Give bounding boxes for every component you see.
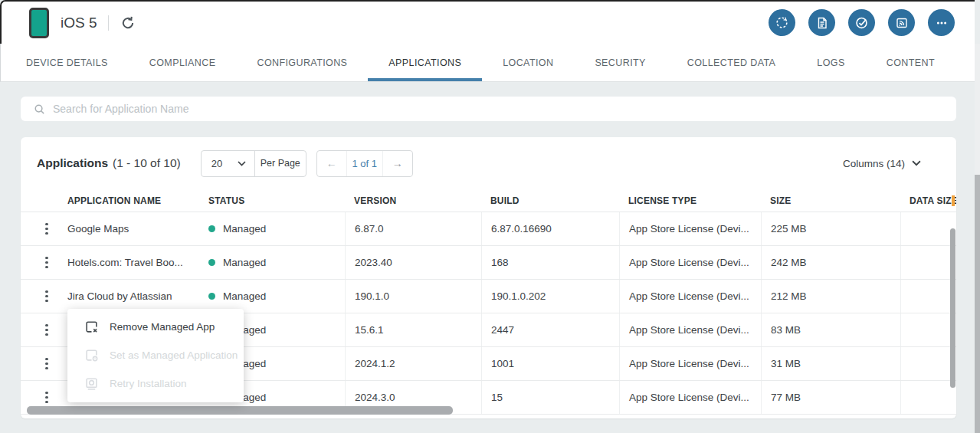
chevron-down-icon [912, 160, 921, 166]
columns-toggle[interactable]: Columns (14) [843, 158, 921, 169]
pagination: ← 1 of 1 → [316, 150, 413, 177]
tab-compliance[interactable]: COMPLIANCE [129, 44, 237, 81]
device-tabs: DEVICE DETAILS COMPLIANCE CONFIGURATIONS… [0, 44, 975, 82]
tab-content[interactable]: CONTENT [866, 44, 955, 81]
cell-version: 190.1.0 [345, 280, 481, 313]
data-size-filter-icon[interactable] [952, 195, 955, 206]
scan-check-icon[interactable] [848, 9, 875, 36]
cell-application-name: Jira Cloud by Atlassian [67, 280, 207, 313]
tab-label: CONFIGURATIONS [257, 57, 347, 68]
retry-installation-icon [84, 376, 100, 391]
device-phone-icon [29, 8, 49, 38]
tab-collected-data[interactable]: COLLECTED DATA [667, 44, 797, 81]
per-page-control: 20 Per Page [201, 150, 306, 177]
menu-item-label: Remove Managed App [110, 321, 215, 333]
menu-item-set-as-managed-application: Set as Managed Application [67, 341, 244, 369]
tab-configurations[interactable]: CONFIGURATIONS [236, 44, 368, 81]
cell-size: 31 MB [761, 347, 900, 380]
cell-license-type: App Store License (Devi... [619, 246, 761, 279]
row-actions-kebab-icon[interactable] [42, 287, 51, 306]
cell-build: 190.1.0.202 [481, 280, 619, 313]
per-page-value: 20 [211, 158, 222, 169]
sync-icon[interactable] [769, 9, 795, 36]
menu-item-remove-managed-app[interactable]: Remove Managed App [67, 313, 244, 341]
vertical-scrollbar[interactable] [950, 228, 955, 388]
per-page-select[interactable]: 20 [202, 151, 254, 176]
cell-status: Managed [207, 246, 345, 279]
remote-view-icon[interactable] [888, 9, 915, 36]
status-label: Managed [223, 290, 266, 302]
cell-build: 168 [481, 246, 619, 279]
prev-page-icon[interactable]: ← [317, 151, 346, 176]
row-actions-kebab-icon[interactable] [42, 355, 51, 373]
remove-managed-app-icon [84, 320, 100, 334]
cell-data-size [900, 313, 956, 346]
tab-label: COMPLIANCE [149, 57, 216, 68]
col-header-status: STATUS [207, 195, 345, 206]
tab-location[interactable]: LOCATION [482, 44, 574, 81]
cell-build: 15 [481, 381, 619, 414]
tab-logs[interactable]: LOGS [796, 44, 865, 81]
tab-applications[interactable]: APPLICATIONS [368, 44, 482, 81]
tab-label: CONTENT [887, 57, 935, 68]
cell-size: 225 MB [761, 212, 900, 245]
col-header-license-type: LICENSE TYPE [619, 195, 761, 206]
cell-license-type: App Store License (Devi... [619, 381, 761, 414]
status-label: Managed [223, 223, 266, 235]
columns-toggle-label: Columns (14) [843, 158, 905, 169]
report-document-icon[interactable] [808, 9, 835, 36]
menu-item-retry-installation: Retry Installation [67, 369, 244, 398]
cell-application-name: Google Maps [67, 212, 207, 245]
device-name: iOS 5 [61, 15, 97, 31]
col-header-data-size: DATA SIZE [900, 195, 956, 206]
tab-label: DEVICE DETAILS [26, 57, 108, 68]
tab-label: SECURITY [595, 57, 645, 68]
cell-license-type: App Store License (Devi... [619, 313, 761, 346]
cell-version: 2024.1.2 [345, 347, 481, 380]
menu-item-label: Set as Managed Application [110, 349, 238, 361]
row-actions-kebab-icon[interactable] [42, 220, 51, 238]
table-range: (1 - 10 of 10) [113, 156, 181, 170]
tab-security[interactable]: SECURITY [574, 44, 666, 81]
row-actions-kebab-icon[interactable] [42, 321, 51, 340]
table-title: Applications [37, 156, 108, 170]
cell-data-size [900, 381, 956, 414]
cell-license-type: App Store License (Devi... [619, 347, 761, 380]
cell-size: 212 MB [761, 280, 900, 313]
row-context-menu: Remove Managed App Set as Managed Applic… [67, 309, 244, 402]
panel-header: iOS 5 [0, 0, 975, 44]
divider [108, 15, 109, 31]
row-actions-kebab-icon[interactable] [42, 389, 51, 407]
refresh-icon[interactable] [120, 14, 138, 32]
page-scrollbar-track [975, 44, 980, 433]
table-row: Hotels.com: Travel Boo... Managed 2023.4… [21, 246, 956, 280]
search-input[interactable]: Search for Application Name [21, 97, 956, 121]
status-dot [208, 225, 215, 232]
page-indicator: 1 of 1 [346, 151, 383, 176]
tab-label: APPLICATIONS [388, 57, 461, 68]
tab-device-details[interactable]: DEVICE DETAILS [5, 44, 129, 81]
set-as-managed-application-icon [84, 348, 100, 362]
horizontal-scrollbar[interactable] [27, 406, 453, 415]
next-page-icon[interactable]: → [383, 151, 412, 176]
table-toolbar: Applications (1 - 10 of 10) 20 Per Page … [21, 137, 956, 189]
tab-label: LOCATION [503, 57, 553, 68]
cell-data-size [900, 212, 956, 245]
status-dot [208, 293, 215, 300]
menu-item-label: Retry Installation [110, 378, 187, 389]
search-icon [34, 103, 45, 115]
row-actions-kebab-icon[interactable] [42, 254, 51, 272]
table-header-row: APPLICATION NAME STATUS VERSION BUILD LI… [21, 189, 956, 212]
page-scrollbar-thumb[interactable] [975, 175, 980, 433]
search-placeholder: Search for Application Name [53, 103, 188, 115]
cell-data-size [900, 280, 956, 313]
cell-build: 6.87.0.16690 [481, 212, 619, 245]
cell-build: 2447 [481, 313, 619, 346]
cell-build: 1001 [481, 347, 619, 380]
cell-application-name: Hotels.com: Travel Boo... [67, 246, 207, 279]
per-page-label: Per Page [254, 151, 306, 176]
more-options-icon[interactable] [928, 9, 955, 36]
device-details-panel: iOS 5 [0, 0, 980, 433]
tab-label: LOGS [817, 57, 844, 68]
cell-license-type: App Store License (Devi... [619, 280, 761, 313]
